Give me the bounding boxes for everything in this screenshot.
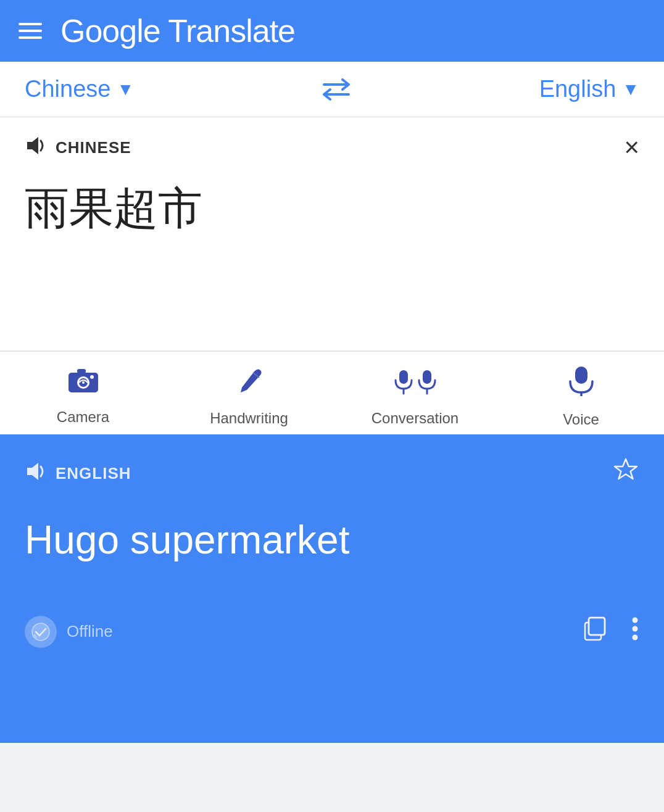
output-label-row: ENGLISH — [25, 457, 639, 490]
voice-icon — [568, 364, 595, 402]
svg-marker-0 — [27, 137, 38, 154]
output-bottom-bar: Offline — [25, 603, 639, 648]
output-action-buttons — [581, 615, 639, 648]
svg-rect-7 — [399, 370, 408, 384]
output-lang-text: ENGLISH — [56, 464, 131, 483]
svg-point-19 — [633, 626, 638, 632]
target-language-chevron: ▼ — [622, 80, 639, 99]
svg-point-14 — [32, 623, 49, 640]
camera-button[interactable]: Camera — [0, 367, 166, 426]
conversation-icon — [393, 365, 438, 401]
hamburger-menu-button[interactable] — [19, 23, 42, 39]
camera-icon — [67, 367, 99, 400]
offline-indicator: Offline — [25, 616, 113, 648]
handwriting-label: Handwriting — [210, 410, 288, 427]
source-language-chevron: ▼ — [117, 80, 134, 99]
svg-rect-9 — [423, 370, 431, 384]
app-header: Google Translate — [0, 0, 664, 62]
input-speaker-icon[interactable] — [25, 136, 47, 160]
target-language-label: English — [539, 76, 616, 102]
handwriting-button[interactable]: Handwriting — [166, 365, 332, 427]
input-area: CHINESE × 雨果超市 — [0, 117, 664, 352]
conversation-button[interactable]: Conversation — [332, 365, 498, 427]
input-toolbar: Camera Handwriting Conversation — [0, 352, 664, 434]
conversation-label: Conversation — [371, 410, 459, 427]
offline-label: Offline — [67, 622, 113, 641]
clear-input-button[interactable]: × — [624, 135, 639, 160]
favorite-button[interactable] — [612, 457, 639, 490]
target-language-selector[interactable]: English ▼ — [539, 76, 639, 102]
svg-point-20 — [633, 635, 638, 640]
language-selector-bar: Chinese ▼ English ▼ — [0, 62, 664, 117]
google-wordmark: Google — [60, 13, 160, 49]
svg-point-18 — [633, 618, 638, 623]
voice-button[interactable]: Voice — [498, 364, 664, 428]
svg-point-6 — [82, 381, 85, 384]
voice-label: Voice — [563, 411, 599, 428]
input-language-label: CHINESE — [25, 136, 131, 160]
output-speaker-icon[interactable] — [25, 462, 47, 486]
svg-marker-13 — [27, 463, 38, 480]
offline-icon — [25, 616, 57, 648]
translation-output-area: ENGLISH Hugo supermarket Offline — [0, 434, 664, 743]
input-text[interactable]: 雨果超市 — [25, 175, 639, 253]
handwriting-icon — [236, 365, 263, 401]
swap-languages-button[interactable] — [320, 78, 352, 101]
copy-button[interactable] — [581, 615, 608, 648]
input-label-row: CHINESE × — [25, 135, 639, 160]
camera-label: Camera — [57, 408, 109, 426]
svg-rect-4 — [77, 369, 86, 373]
source-language-selector[interactable]: Chinese ▼ — [25, 76, 134, 102]
translate-wordmark: Translate — [160, 13, 295, 49]
svg-rect-11 — [575, 367, 587, 384]
app-title: Google Translate — [60, 12, 295, 49]
translated-text: Hugo supermarket — [25, 508, 639, 603]
svg-point-5 — [90, 375, 94, 379]
svg-rect-16 — [589, 618, 605, 635]
output-language-label: ENGLISH — [25, 462, 131, 486]
more-options-button[interactable] — [631, 615, 639, 648]
input-lang-text: CHINESE — [56, 138, 131, 157]
source-language-label: Chinese — [25, 76, 110, 102]
